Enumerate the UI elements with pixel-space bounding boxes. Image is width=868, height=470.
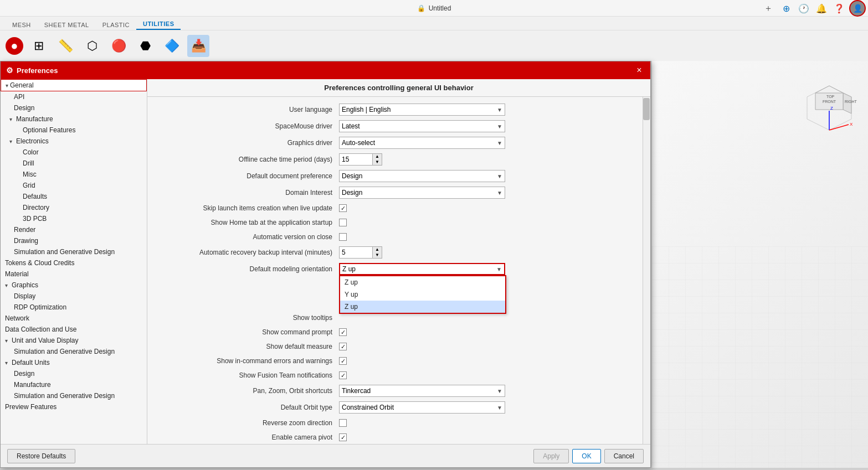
tree-item-misc[interactable]: Misc: [1, 169, 147, 180]
tree-item-general[interactable]: ▾ General: [1, 79, 147, 91]
svg-text:RIGHT: RIGHT: [845, 100, 857, 104]
tree-item-design2[interactable]: Design: [1, 368, 147, 379]
tab-sheet-metal[interactable]: SHEET METAL: [38, 20, 96, 30]
history-icon[interactable]: 🕐: [796, 1, 811, 16]
offline-cache-up[interactable]: ▲: [373, 154, 382, 159]
tree-item-3dpcb[interactable]: 3D PCB: [1, 213, 147, 224]
auto-recovery-down[interactable]: ▼: [373, 252, 382, 258]
tree-item-defaults[interactable]: Defaults: [1, 191, 147, 202]
tree-item-manufacture[interactable]: ▾ Manufacture: [1, 113, 147, 125]
tree-item-sim-gen-design2[interactable]: Simulation and Generative Design: [1, 346, 147, 357]
cloud-icon[interactable]: ⊕: [778, 1, 794, 16]
auto-recovery-label: Automatic recovery backup interval (minu…: [156, 249, 339, 256]
tree-item-default-units[interactable]: ▾ Default Units: [1, 357, 147, 368]
offline-cache-label: Offline cache time period (days): [156, 156, 339, 163]
spacemouse-select[interactable]: Latest ▼: [339, 120, 505, 132]
auto-recovery-spinbox[interactable]: ▲ ▼: [339, 246, 382, 259]
tree-item-material[interactable]: Material: [1, 268, 147, 280]
orientation-select[interactable]: Z up ▼: [339, 263, 505, 275]
pan-zoom-select[interactable]: Tinkercad ▼: [339, 385, 505, 397]
user-avatar[interactable]: 👤: [849, 0, 866, 17]
show-command-row: Show command prompt: [147, 325, 650, 339]
offline-cache-down[interactable]: ▼: [373, 159, 382, 165]
domain-interest-select[interactable]: Design ▼: [339, 187, 505, 199]
orientation-row: Default modeling orientation Z up ▼ Z up…: [147, 261, 650, 277]
restore-defaults-button[interactable]: Restore Defaults: [7, 449, 75, 463]
tree-item-drill[interactable]: Drill: [1, 158, 147, 169]
tree-item-electronics[interactable]: ▾ Electronics: [1, 136, 147, 147]
orbit-type-select[interactable]: Constrained Orbit ▼: [339, 401, 505, 414]
show-measure-checkbox[interactable]: [339, 343, 347, 350]
show-home-checkbox[interactable]: [339, 219, 347, 226]
measure-icon[interactable]: 📏: [54, 35, 76, 57]
camera-pivot-checkbox[interactable]: [339, 433, 347, 441]
dialog-title-text: Preferences: [17, 66, 58, 75]
dialog-close-button[interactable]: ×: [634, 65, 645, 76]
view-cube[interactable]: TOP FRONT RIGHT Z X: [802, 83, 857, 133]
apply-button[interactable]: Apply: [533, 449, 569, 463]
scrollbar[interactable]: [643, 97, 650, 444]
default-doc-select[interactable]: Design ▼: [339, 170, 505, 182]
tree-item-grid[interactable]: Grid: [1, 180, 147, 191]
prefs-icon: ⚙: [6, 66, 13, 75]
sphere-icon[interactable]: 🔴: [107, 35, 130, 57]
layers-icon[interactable]: ⬡: [81, 35, 103, 57]
show-fusion-row: Show Fusion Team notifications: [147, 368, 650, 383]
reverse-zoom-checkbox[interactable]: [339, 419, 347, 427]
show-in-command-checkbox[interactable]: [339, 357, 347, 365]
grid-icon[interactable]: ⊞: [28, 35, 50, 57]
help-icon[interactable]: ❓: [831, 1, 847, 16]
offline-cache-row: Offline cache time period (days) 15 ▲ ▼: [147, 151, 650, 168]
show-fusion-checkbox[interactable]: [339, 371, 347, 379]
show-command-label: Show command prompt: [156, 328, 339, 336]
tree-item-color[interactable]: Color: [1, 147, 147, 158]
tree-item-optional-features[interactable]: Optional Features: [1, 125, 147, 136]
tree-item-data-collection[interactable]: Data Collection and Use: [1, 324, 147, 335]
tree-item-design[interactable]: Design: [1, 102, 147, 113]
add-icon[interactable]: ＋: [761, 1, 776, 16]
tree-item-unit-value[interactable]: ▾ Unit and Value Display: [1, 335, 147, 346]
scrollbar-thumb[interactable]: [643, 98, 650, 120]
auto-recovery-input[interactable]: [339, 246, 372, 259]
show-command-checkbox[interactable]: [339, 328, 347, 336]
tree-item-api[interactable]: API: [1, 91, 147, 102]
tab-utilities[interactable]: UTILITIES: [136, 19, 181, 30]
reverse-zoom-label: Reverse zoom direction: [156, 419, 339, 427]
auto-version-checkbox[interactable]: [339, 233, 347, 241]
tree-item-render[interactable]: Render: [1, 224, 147, 235]
tree-item-rdp[interactable]: RDP Optimization: [1, 302, 147, 313]
cancel-button[interactable]: Cancel: [604, 449, 644, 463]
ok-button[interactable]: OK: [572, 449, 600, 463]
orientation-option-yup[interactable]: Y up: [340, 288, 505, 301]
tree-item-graphics[interactable]: ▾ Graphics: [1, 280, 147, 291]
offline-cache-input[interactable]: 15: [339, 153, 372, 166]
tree-item-drawing[interactable]: Drawing: [1, 235, 147, 246]
user-language-select[interactable]: English | English ▼: [339, 104, 505, 116]
tree-item-directory[interactable]: Directory: [1, 202, 147, 213]
show-in-command-label: Show in-command errors and warnings: [156, 357, 339, 365]
tree-item-display[interactable]: Display: [1, 291, 147, 302]
orientation-option-zup2[interactable]: Z up: [340, 301, 505, 313]
tab-plastic[interactable]: PLASTIC: [96, 20, 136, 30]
tab-mesh[interactable]: MESH: [6, 20, 38, 30]
tree-item-preview[interactable]: Preview Features: [1, 401, 147, 412]
tree-item-sim-gen-design1[interactable]: Simulation and Generative Design: [1, 246, 147, 257]
import-icon[interactable]: 📥: [187, 35, 209, 57]
skip-launch-checkbox[interactable]: [339, 204, 347, 212]
orbit-type-arrow: ▼: [497, 405, 502, 411]
orientation-option-zup1[interactable]: Z up: [340, 276, 505, 288]
offline-cache-spinbox[interactable]: 15 ▲ ▼: [339, 153, 382, 166]
orientation-dropdown[interactable]: Z up Y up Z up: [339, 275, 506, 314]
tree-item-manufacture2[interactable]: Manufacture: [1, 379, 147, 390]
auto-recovery-up[interactable]: ▲: [373, 247, 382, 252]
bell-icon[interactable]: 🔔: [814, 1, 829, 16]
component-icon[interactable]: 🔷: [161, 35, 183, 57]
viewport: TOP FRONT RIGHT Z X: [652, 61, 868, 468]
svg-rect-11: [652, 246, 868, 468]
tree-item-sim-gen-design3[interactable]: Simulation and Generative Design: [1, 390, 147, 401]
tree-item-tokens[interactable]: Tokens & Cloud Credits: [1, 257, 147, 268]
graphics-driver-select[interactable]: Auto-select ▼: [339, 137, 505, 149]
stop-icon[interactable]: ●: [6, 37, 23, 55]
tree-item-network[interactable]: Network: [1, 313, 147, 324]
body-icon[interactable]: ⬣: [134, 35, 156, 57]
